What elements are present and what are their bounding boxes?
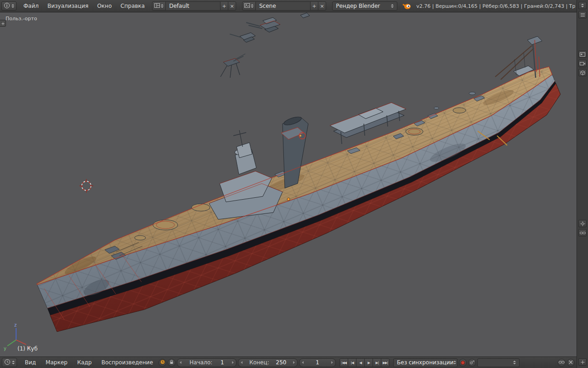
blender-logo [402,2,411,10]
scene-selector: Scene + × [242,1,326,11]
jump-to-start-button[interactable]: |◀◀ [339,358,348,367]
timeline-menu-marker[interactable]: Маркер [41,357,72,368]
render-engine-dropdown[interactable]: Рендер Blender [332,1,397,11]
info-editor-icon [4,2,10,10]
timeline-editor-type-button[interactable] [2,358,17,367]
menu-window[interactable]: Окно [93,1,116,11]
decrement-arrow-icon[interactable] [241,361,243,364]
layout-grid-icon [154,3,160,9]
screen-layout-browse-button[interactable] [152,1,166,11]
add-scene-button[interactable]: + [310,1,318,11]
scene-stats: v2.76 | Вершин:0/4,165 | Рёбер:0/6,583 |… [413,3,575,9]
auto-keyframe-record-button[interactable] [459,359,467,367]
timeline-menu-view[interactable]: Вид [21,357,40,368]
delete-screen-layout-button[interactable]: × [228,1,236,11]
menu-help[interactable]: Справка [116,1,149,11]
next-keyframe-button[interactable]: ▶| [373,358,381,367]
updown-arrows-icon [12,361,15,364]
decrement-arrow-icon[interactable] [180,361,181,364]
view-name-label: Польз.-орто [6,16,37,22]
ship-model-3d[interactable] [37,67,560,332]
expand-plus-icon[interactable] [578,358,587,366]
play-reverse-button[interactable]: ◀ [356,358,365,367]
screen-layout-selector: Default + × [152,1,236,11]
updown-arrows-icon [513,361,516,364]
link-button[interactable] [558,359,565,367]
render-icon[interactable] [578,51,587,58]
delete-scene-button[interactable]: × [318,1,326,11]
object-origin-dot [287,198,290,201]
stern-crane[interactable] [495,36,542,80]
svg-text:y: y [4,346,6,351]
updown-arrows-icon [251,4,254,8]
updown-arrows-icon [11,4,14,8]
menu-file[interactable]: Файл [19,1,43,11]
play-button[interactable]: ▶ [364,358,373,367]
preview-range-toggle[interactable] [158,359,166,367]
frame-start-field[interactable]: Начало: 1 [177,358,237,367]
updown-arrows-icon [161,4,164,8]
keying-set-dropdown[interactable] [477,358,520,367]
current-frame-field[interactable]: 1 [299,358,336,367]
render-engine-value: Рендер Blender [336,3,380,9]
decrement-arrow-icon[interactable] [302,361,304,364]
gear-icon[interactable] [578,220,587,227]
info-header: Файл Визуализация Окно Справка Default +… [0,0,577,12]
frame-end-field[interactable]: Конец: 250 [238,358,298,367]
increment-arrow-icon[interactable] [232,361,234,364]
prev-keyframe-button[interactable]: |◀ [348,358,356,367]
keying-button[interactable] [468,359,476,367]
add-screen-layout-button[interactable]: + [220,1,228,11]
updown-arrows-icon [581,4,584,7]
record-icon [461,361,465,365]
cube-icon[interactable] [578,69,587,76]
svg-text:z: z [14,322,17,328]
collapsed-right-region [577,0,588,368]
sync-mode-dropdown[interactable]: Без синхронизации [393,358,458,367]
close-x-icon [569,359,573,366]
preview-clock-icon [160,359,165,366]
3d-cursor [79,179,93,193]
mute-button[interactable] [567,359,575,367]
lock-time-toggle[interactable] [168,359,175,367]
viewport-scene [0,12,577,356]
active-object-label: (1) Куб [17,345,38,352]
lock-icon [169,359,174,366]
updown-arrows-icon [391,4,394,8]
screen-layout-name-field[interactable]: Default [165,1,220,11]
collapsed-editor-menu-button[interactable] [578,2,587,9]
outliner-list-icon[interactable] [578,11,587,18]
editor-type-button[interactable] [1,1,17,11]
timeline-header: Вид Маркер Кадр Воспроизведение Начало: … [0,356,577,368]
toolshelf-expand-tab[interactable] [0,20,6,27]
sync-mode-value: Без синхронизации [397,359,453,366]
camera-icon[interactable] [578,60,587,67]
jump-to-end-button[interactable]: ▶▶| [381,358,390,367]
timeline-menu-frame[interactable]: Кадр [73,357,96,368]
increment-arrow-icon[interactable] [293,361,295,364]
scene-browse-button[interactable] [242,1,256,11]
3d-viewport[interactable]: Польз.-орто z y x (1) Куб [0,12,577,356]
updown-arrows-icon [453,361,456,364]
key-icon [469,359,475,366]
timeline-menu-playback[interactable]: Воспроизведение [97,357,157,368]
increment-arrow-icon[interactable] [331,361,333,364]
clock-icon [4,359,11,367]
chain-link-icon [559,359,565,366]
blender-window: Файл Визуализация Окно Справка Default +… [0,0,588,368]
plus-icon [1,20,5,27]
detached-gun-parts[interactable] [220,13,310,78]
playback-controls: |◀◀ |◀ ◀ ▶ ▶| ▶▶| [339,358,390,367]
menu-render[interactable]: Визуализация [43,1,92,11]
scene-name-field[interactable]: Scene [255,1,311,11]
scene-icon [244,3,250,9]
chain-icon[interactable] [578,229,587,236]
